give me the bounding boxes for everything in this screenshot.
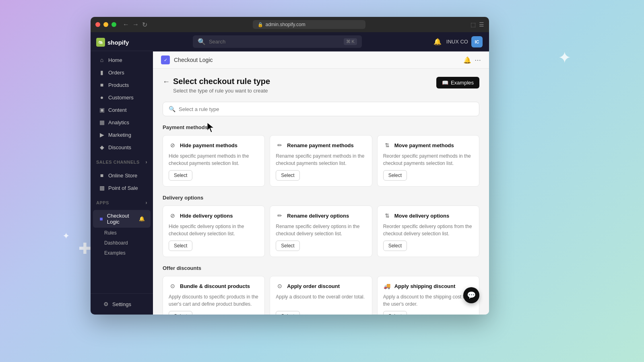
hide-payment-select-btn[interactable]: Select <box>169 170 192 181</box>
shipping-discount-select-btn[interactable]: Select <box>383 311 407 315</box>
rename-delivery-select-btn[interactable]: Select <box>276 241 299 251</box>
app-layout: 🛍 shopify ⌂ Home ▮ Orders ■ Products <box>91 32 489 315</box>
sidebar-item-settings[interactable]: ⚙ Settings <box>97 298 147 310</box>
shipping-discount-card-header: 🚚 Apply shipping discount <box>383 282 473 290</box>
header-bell-icon[interactable]: 🔔 <box>463 56 471 64</box>
search-input[interactable] <box>209 39 341 45</box>
hide-delivery-desc: Hide specific delivery options in the ch… <box>169 223 259 237</box>
marketing-icon: ▶ <box>99 132 105 138</box>
back-button[interactable]: ← <box>163 78 170 86</box>
products-icon: ■ <box>99 82 105 88</box>
move-payment-select-btn[interactable]: Select <box>383 170 407 181</box>
hide-delivery-title: Hide delivery options <box>180 213 233 219</box>
examples-btn-label: Examples <box>451 80 474 86</box>
sidebar-item-products[interactable]: ■ Products <box>93 79 151 91</box>
search-icon: 🔍 <box>198 38 206 45</box>
content-header: ✓ Checkout Logic 🔔 ⋯ <box>153 51 489 69</box>
sales-channels-label: Sales channels › <box>91 156 153 167</box>
browser-window: ← → ↻ 🔒 admin.shopify.com ⬚ ☰ 🛍 shopify <box>91 17 489 315</box>
sidebar-sub-examples[interactable]: Examples <box>93 248 151 258</box>
sidebar-sub-rules[interactable]: Rules <box>93 228 151 238</box>
sidebar-item-pos[interactable]: ▩ Point of Sale <box>93 182 151 194</box>
notification-bell-icon[interactable]: 🔔 <box>433 38 442 45</box>
rule-type-search[interactable]: 🔍 <box>163 102 479 116</box>
move-delivery-select-btn[interactable]: Select <box>383 241 407 251</box>
browser-refresh-btn[interactable]: ↻ <box>142 21 147 29</box>
move-delivery-desc: Reorder specific delivery options from t… <box>383 223 473 237</box>
bundle-discount-title: Bundle & discount products <box>180 283 250 289</box>
sidebar-logo: 🛍 shopify <box>91 32 153 51</box>
page-subtitle: Select the type of rule you want to crea… <box>173 88 436 94</box>
content-icon: ▣ <box>99 107 105 113</box>
sidebar-item-settings-label: Settings <box>112 301 131 307</box>
sidebar-item-online-store[interactable]: ■ Online Store <box>93 169 151 181</box>
sidebar-item-checkout-logic[interactable]: ■ Checkout Logic 🔔 <box>93 210 151 228</box>
discounts-icon: ◆ <box>99 144 105 150</box>
sales-channels-expand-icon[interactable]: › <box>146 159 148 165</box>
examples-button[interactable]: 📖 Examples <box>436 77 479 88</box>
move-payment-title: Move payment methods <box>394 142 454 148</box>
browser-back-btn[interactable]: ← <box>123 21 129 28</box>
offer-discounts-section-title: Offer discounts <box>163 265 479 271</box>
sidebar-item-customers[interactable]: ● Customers <box>93 91 151 103</box>
browser-close-btn[interactable] <box>95 22 100 27</box>
sidebar-item-marketing[interactable]: ▶ Marketing <box>93 129 151 141</box>
rule-search-input[interactable] <box>179 106 473 112</box>
sidebar-item-orders[interactable]: ▮ Orders <box>93 66 151 78</box>
apps-expand-icon[interactable]: › <box>146 200 148 206</box>
order-discount-select-btn[interactable]: Select <box>276 311 299 315</box>
customers-icon: ● <box>99 94 105 101</box>
checkout-logic-header-icon: ✓ <box>161 56 170 64</box>
rename-delivery-icon: ✏ <box>276 212 284 220</box>
move-payment-card-header: ⇅ Move payment methods <box>383 141 473 149</box>
chat-bubble-button[interactable]: 💬 <box>463 287 479 303</box>
payment-methods-section-title: Payment methods <box>163 124 479 130</box>
delivery-options-section-title: Delivery options <box>163 195 479 201</box>
bundle-discount-select-btn[interactable]: Select <box>169 311 192 315</box>
move-payment-desc: Reorder specific payment methods in the … <box>383 152 473 167</box>
header-more-icon[interactable]: ⋯ <box>475 56 481 64</box>
browser-url-bar[interactable]: 🔒 admin.shopify.com <box>253 20 365 29</box>
browser-forward-btn[interactable]: → <box>132 21 139 28</box>
browser-action-2[interactable]: ☰ <box>479 21 484 28</box>
shipping-discount-icon: 🚚 <box>383 282 391 290</box>
order-discount-icon: ⊙ <box>276 282 284 290</box>
content-header-actions: 🔔 ⋯ <box>463 56 481 64</box>
sidebar-item-home[interactable]: ⌂ Home <box>93 54 151 66</box>
sidebar-sub-examples-label: Examples <box>104 250 126 256</box>
hide-payment-card-header: ⊘ Hide payment methods <box>169 141 259 149</box>
sidebar-item-content-label: Content <box>108 107 127 113</box>
sidebar-item-discounts[interactable]: ◆ Discounts <box>93 141 151 153</box>
sidebar-sub-dashboard[interactable]: Dashboard <box>93 238 151 248</box>
bundle-discount-desc: Apply discounts to specific products in … <box>169 293 259 308</box>
content-header-title: Checkout Logic <box>174 57 213 63</box>
rename-payment-select-btn[interactable]: Select <box>276 170 299 181</box>
top-search-nav: 🔍 ⌘ K 🔔 INUX CO IC <box>153 32 489 51</box>
sidebar-footer: ⚙ Settings <box>91 293 153 315</box>
pos-icon: ▩ <box>99 185 105 191</box>
sidebar-item-content[interactable]: ▣ Content <box>93 104 151 116</box>
nav-search-bar[interactable]: 🔍 ⌘ K <box>193 35 362 48</box>
move-payment-card: ⇅ Move payment methods Reorder specific … <box>377 135 479 187</box>
checkout-logic-bell-icon: 🔔 <box>139 216 145 222</box>
rule-search-icon: 🔍 <box>169 106 175 112</box>
browser-action-1[interactable]: ⬚ <box>471 21 476 28</box>
browser-minimize-btn[interactable] <box>103 22 108 27</box>
move-delivery-title: Move delivery options <box>394 213 450 219</box>
content-scroll-area: ← Select checkout rule type Select the t… <box>153 69 489 315</box>
bundle-discount-card: ⊙ Bundle & discount products Apply disco… <box>163 276 265 315</box>
browser-maximize-btn[interactable] <box>111 22 116 27</box>
rename-payment-icon: ✏ <box>276 141 284 149</box>
browser-actions: ⬚ ☰ <box>471 21 484 28</box>
sidebar-item-customers-label: Customers <box>108 95 134 101</box>
hide-delivery-select-btn[interactable]: Select <box>169 241 192 251</box>
shopify-bag-icon: 🛍 <box>96 38 105 47</box>
rename-payment-card: ✏ Rename payment methods Rename specific… <box>270 135 372 187</box>
sidebar-item-analytics[interactable]: ▦ Analytics <box>93 116 151 128</box>
order-discount-desc: Apply a discount to the overall order to… <box>276 293 366 308</box>
chat-icon: 💬 <box>467 291 476 300</box>
hide-payment-card: ⊘ Hide payment methods Hide specific pay… <box>163 135 265 187</box>
account-menu[interactable]: INUX CO IC <box>446 36 483 47</box>
hide-payment-icon: ⊘ <box>169 141 177 149</box>
account-name: INUX CO <box>446 39 468 45</box>
